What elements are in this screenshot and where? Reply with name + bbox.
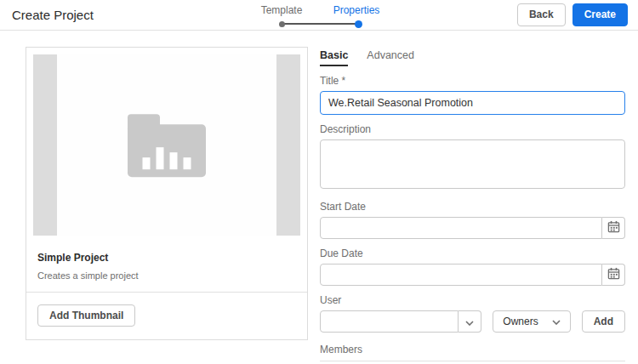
title-input[interactable] [320, 91, 625, 115]
user-label: User [320, 294, 625, 306]
description-input[interactable] [320, 139, 625, 189]
title-label: Title * [320, 75, 625, 87]
description-label: Description [320, 123, 625, 135]
header-actions: Back Create [517, 3, 628, 26]
create-button[interactable]: Create [572, 3, 628, 26]
template-title: Simple Project [37, 252, 296, 264]
add-thumbnail-button[interactable]: Add Thumbnail [37, 304, 135, 327]
role-select[interactable]: Owners [493, 310, 570, 333]
template-card: Simple Project Creates a simple project … [26, 47, 308, 340]
stepper-line [283, 23, 358, 25]
thumbnail-left-strip [33, 54, 57, 236]
main-content: Simple Project Creates a simple project … [0, 31, 638, 364]
template-panel: Simple Project Creates a simple project … [26, 47, 308, 364]
start-date-input[interactable] [320, 217, 602, 239]
thumbnail-right-strip [276, 54, 300, 236]
add-user-button[interactable]: Add [582, 310, 625, 333]
user-combobox [320, 310, 481, 333]
due-date-label: Due Date [320, 247, 625, 259]
folder-chart-icon [128, 124, 206, 177]
template-card-meta: Simple Project Creates a simple project [26, 242, 307, 292]
page-title: Create Project [12, 8, 94, 22]
due-date-group [320, 264, 625, 286]
template-thumbnail [33, 54, 300, 236]
user-dropdown-button[interactable] [459, 310, 481, 333]
calendar-icon [607, 267, 620, 282]
stepper-track [244, 20, 394, 29]
start-date-calendar-button[interactable] [602, 217, 625, 239]
step-template[interactable]: Template [244, 4, 319, 16]
template-description: Creates a simple project [37, 270, 296, 281]
step-properties-dot [355, 20, 362, 28]
due-date-input[interactable] [320, 264, 602, 286]
user-input[interactable] [320, 310, 459, 333]
members-label: Members [320, 344, 625, 355]
bar-chart-glyph [143, 147, 191, 169]
properties-form: Basic Advanced Title * Description Start… [320, 47, 625, 364]
chevron-down-icon [465, 316, 474, 328]
role-select-value: Owners [503, 316, 538, 327]
step-template-dot [279, 21, 285, 27]
user-row: Owners Add [320, 310, 625, 333]
wizard-stepper: Template Properties [244, 4, 394, 29]
calendar-icon [607, 220, 620, 236]
chevron-down-icon [552, 316, 561, 327]
wizard-header: Create Project Template Properties Back … [0, 0, 638, 31]
stepper-labels: Template Properties [244, 4, 394, 16]
tab-advanced[interactable]: Advanced [367, 49, 414, 66]
back-button[interactable]: Back [517, 3, 566, 26]
start-date-group [320, 217, 625, 239]
form-tabs: Basic Advanced [320, 49, 625, 66]
tab-basic[interactable]: Basic [320, 49, 348, 66]
create-project-wizard: { "header": { "title": "Create Project",… [0, 0, 638, 364]
start-date-label: Start Date [320, 201, 625, 213]
step-properties[interactable]: Properties [319, 4, 394, 16]
due-date-calendar-button[interactable] [602, 264, 625, 286]
template-card-footer: Add Thumbnail [26, 292, 307, 339]
